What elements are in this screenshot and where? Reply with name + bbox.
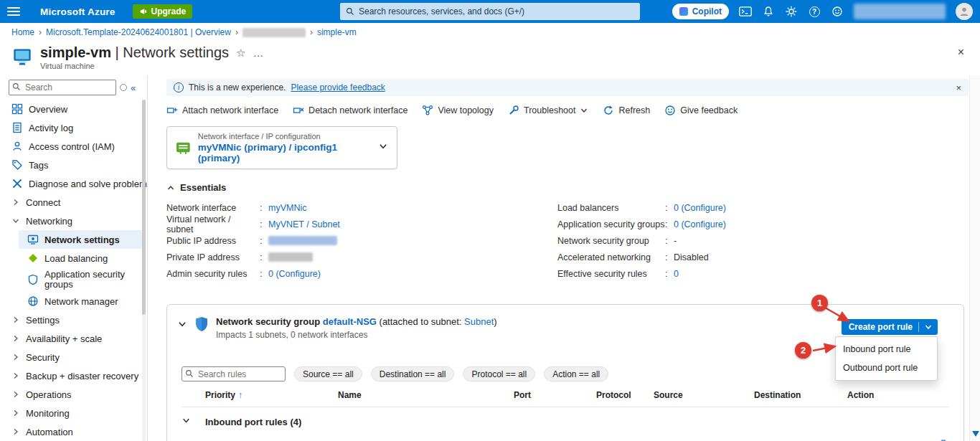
- detach-network-interface-button[interactable]: Detach network interface: [293, 105, 407, 116]
- breadcrumb-template[interactable]: Microsoft.Template-20240624001801 | Over…: [46, 27, 231, 37]
- filter-destination[interactable]: Destination == all: [371, 366, 455, 381]
- sidebar-scrollbar[interactable]: [142, 100, 146, 441]
- search-rules-input[interactable]: [182, 366, 286, 381]
- column-action[interactable]: Action: [847, 390, 923, 400]
- sidebar-item-diagnose[interactable]: Diagnose and solve problems: [0, 174, 147, 193]
- load-balancing-icon: [27, 252, 39, 264]
- sidebar-group-networking[interactable]: Networking: [0, 212, 147, 230]
- admin-security-rules-link[interactable]: 0 (Configure): [268, 269, 321, 279]
- access-control-icon: [11, 141, 23, 152]
- application-security-groups-icon: [27, 274, 39, 285]
- essentials-row: Virtual network / subnet MyVNET / Subnet: [166, 216, 557, 232]
- subnet-link[interactable]: Subnet: [464, 316, 494, 327]
- filter-source[interactable]: Source == all: [294, 366, 362, 381]
- filter-action[interactable]: Action == all: [544, 366, 608, 381]
- delete-rule-icon[interactable]: [938, 438, 949, 441]
- nic-selector-label: Network interface / IP configuration: [198, 132, 371, 141]
- help-icon[interactable]: ?: [808, 6, 821, 17]
- sidebar-item-activity-log[interactable]: Activity log: [0, 118, 147, 137]
- sidebar-item-application-security-groups[interactable]: Application security groups: [19, 267, 143, 292]
- nic-ip-selector[interactable]: Network interface / IP configuration myV…: [166, 126, 397, 169]
- chevron-down-icon: [182, 416, 191, 427]
- create-port-rule-button[interactable]: Create port rule: [842, 319, 938, 335]
- sidebar-item-network-settings[interactable]: Network settings: [19, 230, 143, 249]
- banner-feedback-link[interactable]: Please provide feedback: [291, 82, 385, 93]
- sidebar-item-load-balancing[interactable]: Load balancing: [19, 249, 143, 267]
- refresh-button[interactable]: Refresh: [603, 105, 650, 116]
- sidebar-group-automation[interactable]: Automation: [0, 422, 147, 441]
- chevron-right-icon: [11, 409, 20, 417]
- column-priority[interactable]: Priority↑: [205, 390, 338, 400]
- sidebar-search-clear-icon[interactable]: [120, 84, 127, 91]
- banner-close-icon[interactable]: ×: [956, 82, 961, 93]
- column-name[interactable]: Name: [338, 390, 514, 400]
- breadcrumb-simple-vm[interactable]: simple-vm: [317, 27, 357, 37]
- effective-security-rules-link[interactable]: 0: [674, 269, 679, 279]
- more-options-icon[interactable]: …: [253, 47, 264, 59]
- column-destination[interactable]: Destination: [754, 390, 847, 400]
- rule-row-default-allow-3389[interactable]: 1000 ⚠ default-allow-3389 3389 TCP Any A…: [182, 434, 949, 441]
- view-topology-button[interactable]: View topology: [422, 105, 494, 116]
- settings-gear-icon[interactable]: [785, 6, 798, 17]
- notifications-bell-icon[interactable]: [762, 6, 775, 17]
- collapse-menu-icon[interactable]: «: [131, 82, 136, 93]
- brand-title[interactable]: Microsoft Azure: [40, 6, 116, 17]
- breadcrumb-home[interactable]: Home: [11, 27, 34, 37]
- sidebar-item-network-manager[interactable]: Network manager: [19, 292, 143, 310]
- cloud-shell-icon[interactable]: [739, 6, 752, 17]
- essentials-row: Load balancers 0 (Configure): [557, 199, 969, 216]
- feedback-icon[interactable]: [831, 6, 844, 17]
- give-feedback-button[interactable]: Give feedback: [664, 105, 738, 116]
- avatar[interactable]: [956, 3, 973, 20]
- sidebar-item-access-control[interactable]: Access control (IAM): [0, 137, 147, 156]
- chevron-down-icon[interactable]: [177, 319, 187, 332]
- tags-icon: [11, 159, 23, 171]
- refresh-icon: [603, 105, 614, 116]
- main-scrollbar[interactable]: [969, 75, 980, 441]
- resource-menu: « Overview Activity log Access control (…: [0, 75, 148, 441]
- inbound-rules-group-row[interactable]: Inbound port rules (4): [182, 412, 949, 431]
- sidebar-group-backup-disaster-recovery[interactable]: Backup + disaster recovery: [0, 366, 147, 385]
- sidebar-search-input[interactable]: [9, 80, 116, 95]
- essentials-toggle[interactable]: Essentials: [166, 182, 969, 193]
- hamburger-menu-icon[interactable]: [7, 7, 20, 16]
- sort-ascending-icon: ↑: [238, 390, 242, 400]
- attach-nic-icon: [166, 105, 178, 116]
- sidebar-group-availability-scale[interactable]: Availability + scale: [0, 329, 147, 348]
- upgrade-button[interactable]: Upgrade: [133, 4, 193, 19]
- chevron-right-icon: [11, 334, 20, 343]
- global-search-input[interactable]: [359, 6, 634, 16]
- column-source[interactable]: Source: [654, 390, 754, 400]
- column-port[interactable]: Port: [514, 390, 596, 400]
- vnet-subnet-link[interactable]: MyVNET / Subnet: [268, 219, 340, 229]
- sidebar-item-tags[interactable]: Tags: [0, 156, 147, 174]
- sidebar-group-security[interactable]: Security: [0, 348, 147, 366]
- sidebar-group-connect[interactable]: Connect: [0, 193, 147, 212]
- sidebar-search-icon: [12, 82, 21, 91]
- breadcrumb: Home › Microsoft.Template-20240624001801…: [0, 23, 980, 42]
- chevron-down-icon[interactable]: [919, 323, 938, 331]
- resource-type-label: Virtual machine: [40, 62, 264, 70]
- favorite-star-icon[interactable]: ☆: [236, 47, 245, 60]
- copilot-button[interactable]: Copilot: [672, 4, 729, 19]
- global-search[interactable]: [340, 3, 640, 20]
- filter-protocol[interactable]: Protocol == all: [463, 366, 535, 381]
- menu-item-outbound-port-rule[interactable]: Outbound port rule: [836, 359, 937, 377]
- menu-item-inbound-port-rule[interactable]: Inbound port rule: [836, 340, 937, 359]
- nsg-name-link[interactable]: default-NSG: [323, 316, 377, 327]
- scroll-down-button[interactable]: [971, 428, 980, 440]
- sidebar-item-overview[interactable]: Overview: [0, 100, 147, 118]
- troubleshoot-button[interactable]: Troubleshoot: [508, 105, 589, 116]
- sidebar-group-operations[interactable]: Operations: [0, 385, 147, 404]
- chevron-down-icon: [11, 217, 20, 225]
- column-protocol[interactable]: Protocol: [596, 390, 654, 400]
- page-title: simple-vm: [40, 44, 111, 60]
- sidebar-group-monitoring[interactable]: Monitoring: [0, 404, 147, 422]
- attach-network-interface-button[interactable]: Attach network interface: [166, 105, 278, 116]
- asg-configure-link[interactable]: 0 (Configure): [674, 219, 726, 229]
- network-interface-link[interactable]: myVMNic: [268, 203, 306, 213]
- close-blade-icon[interactable]: ×: [953, 44, 969, 60]
- load-balancers-link[interactable]: 0 (Configure): [674, 203, 726, 213]
- sidebar-group-settings[interactable]: Settings: [0, 310, 147, 329]
- group-label: Inbound port rules (4): [205, 417, 949, 427]
